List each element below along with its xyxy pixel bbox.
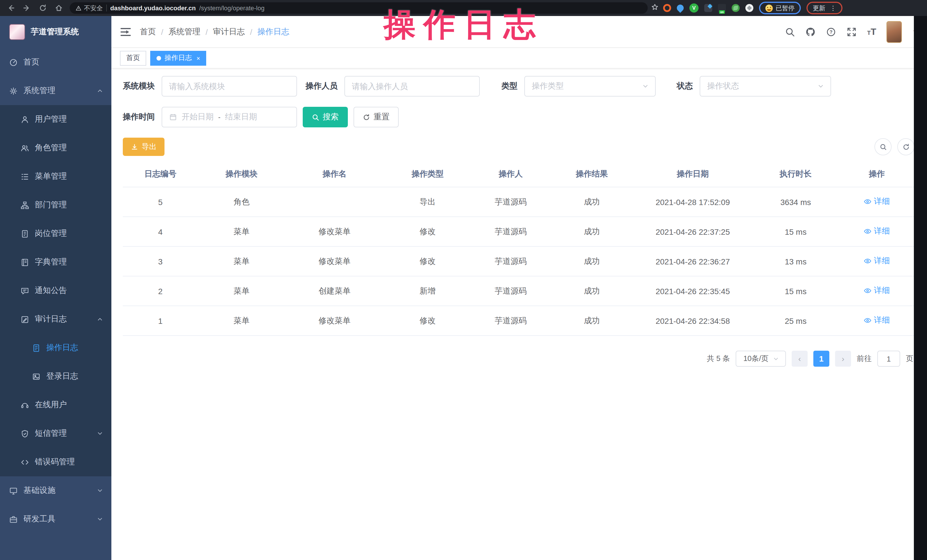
export-button[interactable]: 导出 xyxy=(123,138,164,156)
table-row: 5角色导出芋道源码成功2021-04-28 17:52:093634 ms 详细 xyxy=(123,187,915,217)
sidebar-item-dev-tools[interactable]: 研发工具 xyxy=(0,505,111,533)
next-page-button[interactable]: › xyxy=(835,351,851,367)
detail-link[interactable]: 详细 xyxy=(863,196,890,207)
chevron-up-icon xyxy=(97,87,103,94)
col-operation-name: 操作名 xyxy=(285,162,384,187)
extension-cube-icon[interactable] xyxy=(704,4,712,12)
module-label: 系统模块 xyxy=(123,81,155,91)
sidebar-item-operate-log[interactable]: 操作日志 xyxy=(0,334,111,362)
current-page-button[interactable]: 1 xyxy=(813,351,829,367)
profile-paused-badge[interactable]: 已暂停 xyxy=(759,2,801,14)
security-warning[interactable]: 不安全 xyxy=(75,4,103,12)
sidebar-item-label: 系统管理 xyxy=(23,86,55,96)
browser-menu-icon[interactable]: ⋮ xyxy=(830,4,836,12)
goto-page-input[interactable] xyxy=(877,351,900,367)
search-button[interactable]: 搜索 xyxy=(303,107,348,127)
refresh-table-button[interactable] xyxy=(897,138,915,155)
sidebar-item-announcements[interactable]: 通知公告 xyxy=(0,276,111,305)
sidebar-item-infrastructure[interactable]: 基础设施 xyxy=(0,477,111,505)
update-label: 更新 xyxy=(813,4,825,12)
sidebar-item-home[interactable]: 首页 xyxy=(0,48,111,76)
detail-link[interactable]: 详细 xyxy=(863,285,890,296)
extension-stack-icon[interactable]: on xyxy=(718,4,726,12)
date-range-picker[interactable]: 开始日期 - 结束日期 xyxy=(162,107,297,127)
close-tag-icon[interactable]: × xyxy=(196,55,200,61)
breadcrumb-home[interactable]: 首页 xyxy=(140,27,156,37)
sidebar-item-menus[interactable]: 菜单管理 xyxy=(0,162,111,191)
sidebar-item-online-users[interactable]: 在线用户 xyxy=(0,391,111,419)
home-icon[interactable] xyxy=(55,4,63,12)
breadcrumb-system[interactable]: 系统管理 xyxy=(169,27,201,37)
gear-icon xyxy=(9,87,18,95)
browser-update-button[interactable]: 更新 ⋮ xyxy=(807,2,842,14)
security-label: 不安全 xyxy=(84,4,103,12)
sidebar-item-users[interactable]: 用户管理 xyxy=(0,105,111,134)
sidebar-item-sms[interactable]: 短信管理 xyxy=(0,419,111,448)
sidebar-item-departments[interactable]: 部门管理 xyxy=(0,191,111,219)
sidebar-item-posts[interactable]: 岗位管理 xyxy=(0,219,111,248)
forward-icon[interactable] xyxy=(23,4,31,12)
sidebar-item-audit-log[interactable]: 审计日志 xyxy=(0,305,111,334)
table-row: 1菜单修改菜单修改芋道源码成功2021-04-26 22:34:5825 ms … xyxy=(123,306,915,335)
app-title: 芋道管理系统 xyxy=(31,27,79,37)
sidebar-item-error-codes[interactable]: 错误码管理 xyxy=(0,448,111,477)
toggle-search-button[interactable] xyxy=(874,138,892,155)
fullscreen-icon[interactable] xyxy=(846,27,857,37)
tags-bar: 首页 操作日志 × xyxy=(111,48,927,68)
status-select[interactable]: 操作状态 xyxy=(700,76,831,97)
eye-icon xyxy=(863,316,872,325)
start-date-placeholder: 开始日期 xyxy=(182,112,214,122)
bookmark-star-icon[interactable] xyxy=(651,3,658,13)
module-input[interactable] xyxy=(169,82,290,91)
reload-icon[interactable] xyxy=(39,4,47,12)
operator-input[interactable] xyxy=(352,82,473,91)
module-input-wrap xyxy=(162,76,297,97)
sidebar-item-dictionary[interactable]: 字典管理 xyxy=(0,248,111,276)
audit-log-icon xyxy=(21,315,29,323)
sidebar-item-label: 字典管理 xyxy=(35,257,67,267)
extension-orange-ring-icon[interactable] xyxy=(663,4,671,12)
operate-log-table: 日志编号 操作模块 操作名 操作类型 操作人 操作结果 操作日期 执行时长 操作 xyxy=(123,162,915,336)
tag-operate-log[interactable]: 操作日志 × xyxy=(150,50,207,65)
back-icon[interactable] xyxy=(7,4,15,12)
extension-blue-pin-icon[interactable] xyxy=(675,3,685,13)
github-icon[interactable] xyxy=(805,27,816,37)
operate-log-icon xyxy=(32,343,41,352)
online-user-icon xyxy=(21,401,29,409)
sidebar-item-label: 研发工具 xyxy=(23,514,55,524)
detail-link[interactable]: 详细 xyxy=(863,256,890,266)
col-duration: 执行时长 xyxy=(752,162,839,187)
type-select[interactable]: 操作类型 xyxy=(524,76,656,97)
detail-link[interactable]: 详细 xyxy=(863,315,890,326)
extension-pinwheel-icon[interactable] xyxy=(745,4,753,12)
sidebar-logo-row[interactable]: 芋道管理系统 xyxy=(0,16,111,48)
prev-page-button[interactable]: ‹ xyxy=(792,351,808,367)
page-size-select[interactable]: 10条/页 xyxy=(736,351,786,367)
announcement-icon xyxy=(21,287,29,295)
url-bar[interactable]: 不安全 dashboard.yudao.iocoder.cn/system/lo… xyxy=(70,2,648,14)
page-unit-label: 页 xyxy=(906,354,913,364)
reset-button[interactable]: 重置 xyxy=(354,107,399,127)
tag-home[interactable]: 首页 xyxy=(120,50,146,65)
sidebar-item-login-log[interactable]: 登录日志 xyxy=(0,362,111,391)
table-header-row: 日志编号 操作模块 操作名 操作类型 操作人 操作结果 操作日期 执行时长 操作 xyxy=(123,162,915,187)
chevron-down-icon xyxy=(773,356,778,361)
col-result: 操作结果 xyxy=(550,162,634,187)
col-actions: 操作 xyxy=(839,162,915,187)
extension-leaf-icon[interactable] xyxy=(732,4,740,12)
operator-label: 操作人员 xyxy=(305,81,337,91)
sidebar-item-system[interactable]: 系统管理 xyxy=(0,76,111,105)
sidebar-item-label: 用户管理 xyxy=(35,114,67,124)
collapse-sidebar-icon[interactable] xyxy=(120,28,131,36)
help-icon[interactable]: ? xyxy=(826,27,836,37)
col-date: 操作日期 xyxy=(634,162,752,187)
goto-label: 前往 xyxy=(857,354,872,364)
avatar[interactable] xyxy=(886,21,902,42)
breadcrumb-audit[interactable]: 审计日志 xyxy=(213,27,245,37)
detail-link[interactable]: 详细 xyxy=(863,226,890,237)
sidebar-item-roles[interactable]: 角色管理 xyxy=(0,134,111,162)
font-size-icon[interactable]: TT xyxy=(867,27,876,37)
search-icon[interactable] xyxy=(785,27,795,37)
right-scroll-strip[interactable] xyxy=(914,16,927,560)
extension-green-v-icon[interactable]: V xyxy=(689,3,699,12)
